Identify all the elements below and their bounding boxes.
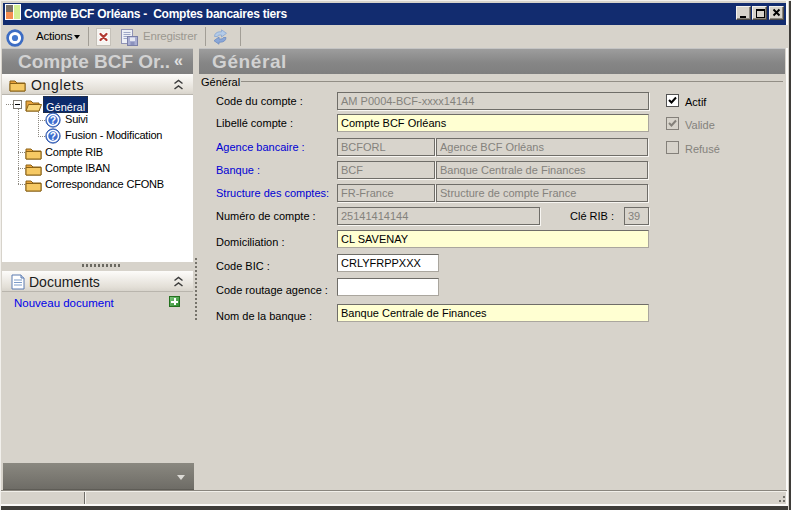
svg-text:?: ? [50,130,56,142]
svg-text:?: ? [50,114,56,126]
